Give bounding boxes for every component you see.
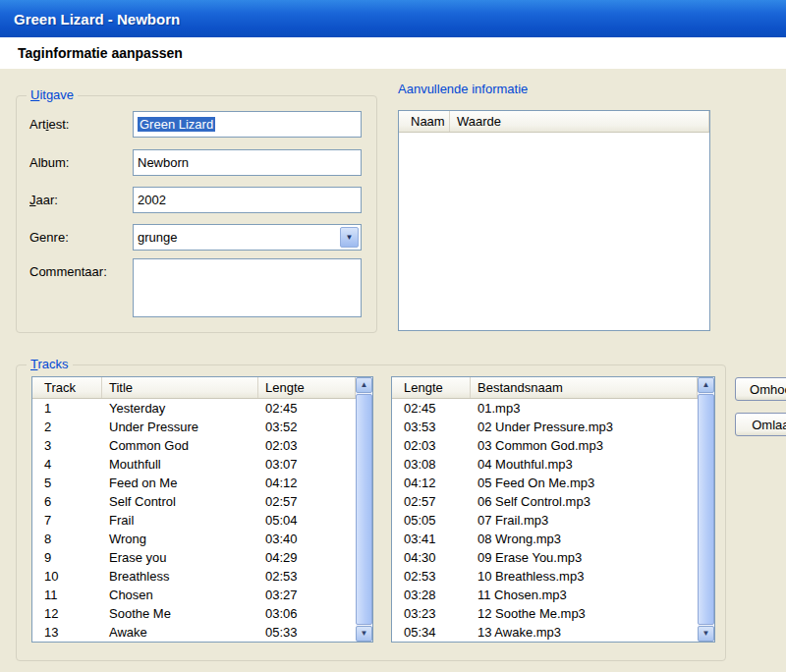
additional-info-list[interactable]: Naam Waarde <box>398 110 710 331</box>
artist-label: Artiest: <box>29 111 130 138</box>
artist-input[interactable]: Green Lizard <box>133 111 362 138</box>
table-cell: 03:41 <box>392 530 471 548</box>
table-cell: Chosen <box>102 586 258 604</box>
table-cell: Self Control <box>102 492 258 511</box>
table-row[interactable]: 4Mouthfull03:07 <box>32 455 356 474</box>
table-row[interactable]: 3Common God02:03 <box>32 436 356 455</box>
table-row[interactable]: 11Chosen03:27 <box>32 586 356 604</box>
track-title-list[interactable]: Track Title Lengte 1Yesterday02:452Under… <box>31 376 373 643</box>
table-row[interactable]: 02:5706 Self Control.mp3 <box>392 492 698 511</box>
album-label: Album: <box>29 149 130 176</box>
scroll-up-button[interactable]: ▲ <box>698 377 714 393</box>
table-row[interactable]: 04:3009 Erase You.mp3 <box>392 548 698 567</box>
selected-text: Green Lizard <box>138 117 215 132</box>
table-row[interactable]: 02:5310 Breathless.mp3 <box>392 567 698 586</box>
table-cell: 03:27 <box>258 586 356 604</box>
dialog-body: Uitgave Artiest: Green Lizard Album: Jaa… <box>0 69 786 672</box>
table-row[interactable]: 03:4108 Wrong.mp3 <box>392 530 698 548</box>
column-header-lengte[interactable]: Lengte <box>392 377 471 398</box>
dropdown-arrow-button[interactable]: ▼ <box>340 227 359 248</box>
table-row[interactable]: 5Feed on Me04:12 <box>32 474 356 492</box>
arrow-up-icon: ▲ <box>702 381 710 389</box>
filename-scrollbar[interactable]: ▲ ▼ <box>698 377 714 642</box>
table-cell: Mouthfull <box>102 455 258 474</box>
genre-selected-value: grunge <box>138 230 177 245</box>
table-cell: 05:05 <box>392 511 471 530</box>
table-cell: 03:08 <box>392 455 471 474</box>
chevron-down-icon: ▼ <box>346 234 354 242</box>
table-row[interactable]: 03:5302 Under Pressure.mp3 <box>392 418 698 436</box>
table-cell: Erase you <box>102 548 258 567</box>
table-cell: 03:23 <box>392 604 471 623</box>
album-input[interactable] <box>133 149 362 176</box>
column-header-waarde[interactable]: Waarde <box>450 111 709 132</box>
table-row[interactable]: 13Awake05:33 <box>32 623 356 642</box>
table-cell: 7 <box>32 511 102 530</box>
table-row[interactable]: 02:0303 Common God.mp3 <box>392 436 698 455</box>
column-header-lengte[interactable]: Lengte <box>258 377 356 398</box>
table-cell: 9 <box>32 548 102 567</box>
table-row[interactable]: 8Wrong03:40 <box>32 530 356 548</box>
move-up-button[interactable]: Omhoog <box>735 377 786 401</box>
title-bar[interactable]: Green Lizard - Newborn <box>0 0 786 37</box>
scrollbar-thumb[interactable] <box>698 394 714 625</box>
column-header-naam[interactable]: Naam <box>399 111 450 132</box>
additional-info-rows <box>399 133 709 330</box>
table-row[interactable]: 03:2312 Soothe Me.mp3 <box>392 604 698 623</box>
table-cell: 03:07 <box>258 455 356 474</box>
scroll-down-button[interactable]: ▼ <box>356 626 372 642</box>
year-label: Jaar: <box>29 187 130 213</box>
comment-textarea[interactable] <box>133 258 362 317</box>
table-cell: 12 Soothe Me.mp3 <box>471 604 698 623</box>
button-label: Omlaag <box>752 418 786 432</box>
table-cell: Under Pressure <box>102 418 258 436</box>
filename-list[interactable]: Lengte Bestandsnaam 02:4501.mp303:5302 U… <box>391 376 715 643</box>
label-text: est: <box>49 117 70 132</box>
table-cell: 05:34 <box>392 623 471 642</box>
column-header-track[interactable]: Track <box>32 377 102 398</box>
table-cell: Frail <box>102 511 258 530</box>
table-row[interactable]: 02:4501.mp3 <box>392 399 698 418</box>
table-cell: 03:40 <box>258 530 356 548</box>
table-cell: 04 Mouthful.mp3 <box>471 455 698 474</box>
filename-list-header: Lengte Bestandsnaam <box>392 377 698 399</box>
table-cell: 05:33 <box>258 623 356 642</box>
table-cell: Breathless <box>102 567 258 586</box>
table-cell: Wrong <box>102 530 258 548</box>
label-text: Art <box>29 117 46 132</box>
genre-dropdown[interactable]: grunge ▼ <box>133 224 362 251</box>
table-cell: 04:30 <box>392 548 471 567</box>
column-header-bestandsnaam[interactable]: Bestandsnaam <box>471 377 698 398</box>
arrow-down-icon: ▼ <box>361 630 368 638</box>
table-row[interactable]: 6Self Control02:57 <box>32 492 356 511</box>
table-row[interactable]: 05:3413 Awake.mp3 <box>392 623 698 642</box>
label-text: Album: <box>29 155 69 170</box>
table-cell: 06 Self Control.mp3 <box>471 492 698 511</box>
table-row[interactable]: 7Frail05:04 <box>32 511 356 530</box>
table-row[interactable]: 03:0804 Mouthful.mp3 <box>392 455 698 474</box>
scrollbar-thumb[interactable] <box>356 394 372 625</box>
additional-info-label: Aanvullende informatie <box>398 82 528 96</box>
table-cell: Feed on Me <box>102 474 258 492</box>
track-title-scrollbar[interactable]: ▲ ▼ <box>356 377 372 642</box>
table-cell: 05 Feed On Me.mp3 <box>471 474 698 492</box>
table-row[interactable]: 10Breathless02:53 <box>32 567 356 586</box>
scroll-down-button[interactable]: ▼ <box>698 626 714 642</box>
table-cell: 11 <box>32 586 102 604</box>
table-row[interactable]: 03:2811 Chosen.mp3 <box>392 586 698 604</box>
scroll-up-button[interactable]: ▲ <box>356 377 372 393</box>
move-down-button[interactable]: Omlaag <box>735 413 786 436</box>
table-cell: 07 Frail.mp3 <box>471 511 698 530</box>
table-cell: 1 <box>32 399 102 418</box>
table-cell: 03:06 <box>258 604 356 623</box>
table-row[interactable]: 9Erase you04:29 <box>32 548 356 567</box>
table-row[interactable]: 1Yesterday02:45 <box>32 399 356 418</box>
table-cell: 05:04 <box>258 511 356 530</box>
column-header-title[interactable]: Title <box>102 377 258 398</box>
table-row[interactable]: 12Soothe Me03:06 <box>32 604 356 623</box>
table-cell: Yesterday <box>102 399 258 418</box>
table-row[interactable]: 04:1205 Feed On Me.mp3 <box>392 474 698 492</box>
table-row[interactable]: 2Under Pressure03:52 <box>32 418 356 436</box>
year-input[interactable] <box>133 187 362 213</box>
table-row[interactable]: 05:0507 Frail.mp3 <box>392 511 698 530</box>
